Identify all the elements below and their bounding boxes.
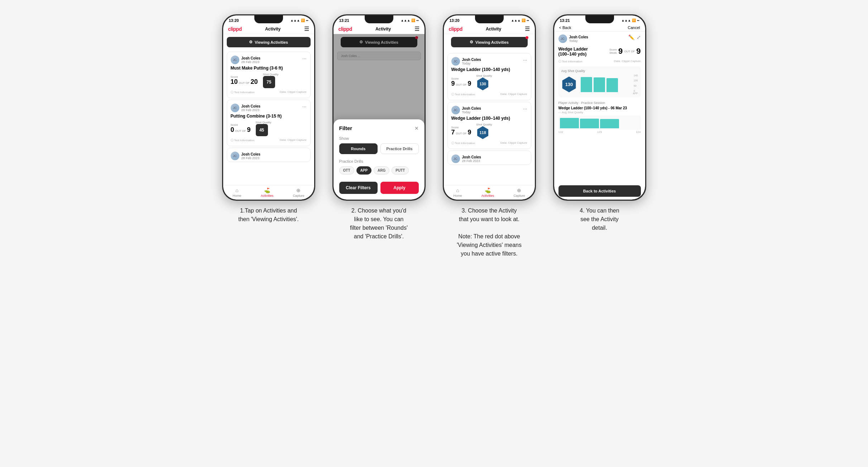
shots-val-1-2: 9	[247, 127, 251, 134]
sq-chart-row-4: 130 APP	[561, 74, 638, 95]
bottom-nav-capture-3[interactable]: ⊕ Capture	[513, 187, 525, 197]
card-stats-1-2: Score 0 OUT OF 9 Shot Quality 45	[231, 121, 307, 136]
user-date-3-2: Today	[462, 110, 481, 114]
session-title-4: Wedge Ladder (100–140 yds) - 06 Mar 23	[558, 106, 641, 110]
card-user-3-2: JC Josh Coles Today	[451, 106, 481, 114]
avg-sq-label-4: Avg Shot Quality	[561, 69, 638, 73]
avatar-inner-3-3: JC	[451, 154, 460, 163]
activity-card-1-2[interactable]: JC Josh Coles 28 Feb 2023 ··· Putting Co…	[227, 100, 311, 146]
phone-frame-4: 13:21 ▲▲▲ 🛜 ▪▪ < Back Cancel JC	[553, 14, 646, 201]
card-user-4: JC Josh Coles Today	[558, 34, 588, 43]
wifi-icon-2: 🛜	[411, 19, 415, 22]
chart-bar-label-124: 124	[636, 130, 641, 134]
filter-rounds-btn-2[interactable]: Rounds	[339, 143, 378, 154]
filter-close-btn-2[interactable]: ✕	[414, 125, 419, 131]
bottom-nav-home-3[interactable]: ⌂ Home	[454, 187, 462, 197]
nav-title-3: Activity	[486, 27, 501, 32]
card-title-1-2: Putting Combine (3-15 ft)	[231, 114, 307, 119]
footer-left-3-1: ⓘ Test Information	[451, 92, 475, 96]
footer-right-3-1: Data: Clippd Capture	[500, 92, 527, 96]
activity-card-3-2[interactable]: JC Josh Coles Today ··· Wedge Ladder (10…	[447, 102, 531, 149]
more-dots-3-2[interactable]: ···	[523, 106, 527, 111]
bottom-nav-activities-3[interactable]: ⛳ Activities	[481, 187, 494, 197]
user-info-4: Josh Coles Today	[569, 35, 588, 43]
wifi-icon-3: 🛜	[522, 19, 526, 22]
card-header-1-2: JC Josh Coles 28 Feb 2023 ···	[231, 104, 307, 112]
chart-bars-4	[581, 74, 638, 92]
score-block-4: Score Shots 9 OUT OF 9	[609, 47, 641, 56]
status-time-3: 13:20	[450, 18, 460, 23]
home-label-3: Home	[454, 194, 462, 197]
activity-card-1-3: JC Josh Coles 28 Feb 2023	[227, 148, 311, 162]
caption-3: 3. Choose the Activity that you want to …	[457, 206, 522, 258]
user-info-3-2: Josh Coles Today	[462, 106, 481, 114]
card-stats-1-1: Score 10 OUT OF 20 Shot Quality 75	[231, 73, 307, 88]
chart-bar-label-129: 129	[597, 130, 602, 134]
y-label-100-4: 100	[634, 79, 638, 82]
card-header-3-2: JC Josh Coles Today ···	[451, 106, 527, 114]
more-dots-3-1[interactable]: ···	[523, 57, 527, 63]
title-block-4: Wedge Ladder(100–140 yds)	[558, 47, 610, 57]
more-dots-1-1[interactable]: ···	[302, 56, 307, 61]
home-label-1: Home	[233, 194, 241, 197]
activity-card-3-1[interactable]: JC Josh Coles Today ··· Wedge Ladder (10…	[447, 53, 531, 100]
user-info-1-1: Josh Coles 28 Feb 2023	[241, 56, 260, 64]
phone-frame-3: 13:20 ▲▲▲ 🛜 ▪▪ clippd Activity ☰ ⚙ Viewi	[443, 14, 536, 201]
filter-tag-app-2[interactable]: APP	[356, 166, 372, 175]
out-of-1-2: OUT OF	[235, 129, 246, 133]
user-date-3-3: 28 Feb 2023	[462, 159, 481, 163]
capture-icon-1: ⊕	[296, 187, 301, 193]
avatar-3-2: JC	[451, 106, 460, 114]
capture-label-3: Capture	[513, 194, 525, 197]
sq-badge-1-2: 45	[256, 124, 268, 136]
stat-sq-1-1: Shot Quality 75	[263, 73, 279, 88]
apply-btn-2[interactable]: Apply	[380, 182, 419, 194]
back-btn-4[interactable]: < Back	[559, 25, 571, 30]
y-label-0-4: 0	[634, 90, 638, 92]
footer-left-1-1: ⓘ Test Information	[231, 90, 255, 94]
hamburger-menu-2[interactable]: ☰	[414, 25, 419, 32]
hamburger-menu-3[interactable]: ☰	[525, 25, 530, 32]
activity-card-1-1[interactable]: JC Josh Coles 28 Feb 2023 ··· Must Make …	[227, 52, 311, 98]
phone-notch-3	[475, 15, 504, 23]
filter-tag-putt-2[interactable]: PUTT	[392, 166, 409, 175]
expand-icon-4[interactable]: ⤢	[637, 34, 641, 40]
score-col-4: Score Shots	[609, 48, 617, 54]
edit-icon-4[interactable]: ✏️	[628, 34, 634, 40]
stat-out-of-3-2: 7 OUT OF 9	[451, 129, 471, 136]
detail-footer-row-4: ⓘ Test Information Data: Clippd Capture	[558, 59, 641, 63]
filter-show-label-2: Show	[339, 136, 419, 140]
stat-out-of-1-2: 0 OUT OF 9	[231, 127, 251, 134]
activities-icon-3: ⛳	[485, 187, 491, 193]
user-info-3-3: Josh Coles 28 Feb 2023	[462, 155, 481, 163]
viewing-activities-btn-3[interactable]: ⚙ Viewing Activities	[451, 37, 528, 47]
clear-filters-btn-2[interactable]: Clear Filters	[339, 182, 378, 194]
bottom-nav-activities-1[interactable]: ⛳ Activities	[261, 187, 274, 197]
filter-drills-btn-2[interactable]: Practice Drills	[380, 143, 419, 154]
session-chart-4	[558, 115, 641, 130]
bottom-nav-capture-1[interactable]: ⊕ Capture	[293, 187, 304, 197]
detail-title-4: Wedge Ladder(100–140 yds)	[558, 47, 610, 57]
score-label-4: Score	[609, 48, 617, 51]
filter-modal-2: Filter ✕ Show Rounds Practice Drills Pra…	[334, 119, 425, 200]
avatar-1-2: JC	[231, 104, 239, 112]
hamburger-menu-1[interactable]: ☰	[304, 25, 309, 32]
filter-tag-arg-2[interactable]: ARG	[374, 166, 389, 175]
screen-scroll-3: JC Josh Coles Today ··· Wedge Ladder (10…	[444, 52, 535, 185]
stat-score-3-1: Score 9 OUT OF 9	[451, 77, 471, 87]
back-to-activities-btn-4[interactable]: Back to Activities	[558, 185, 641, 197]
sq-label-3-1: Shot Quality	[476, 74, 492, 77]
viewing-activities-btn-1[interactable]: ⚙ Viewing Activities	[227, 37, 311, 47]
filter-tag-ott-2[interactable]: OTT	[339, 166, 354, 175]
user-name-4: Josh Coles	[569, 35, 588, 39]
cancel-btn-4[interactable]: Cancel	[628, 25, 640, 30]
chart-y-axis-4: 140 100 50 0	[634, 74, 638, 92]
screen-content-2: ⚙ Viewing Activities Josh Coles ... Filt…	[334, 34, 425, 200]
nav-title-2: Activity	[375, 27, 391, 32]
bottom-nav-home-1[interactable]: ⌂ Home	[233, 187, 241, 197]
more-dots-1-2[interactable]: ···	[302, 104, 307, 109]
activity-card-3-3: JC Josh Coles 28 Feb 2023	[447, 151, 531, 165]
nav-logo-3: clippd	[449, 26, 462, 32]
caption-2: 2. Choose what you'd like to see. You ca…	[350, 206, 408, 241]
phone-col-3: 13:20 ▲▲▲ 🛜 ▪▪ clippd Activity ☰ ⚙ Viewi	[439, 14, 539, 258]
